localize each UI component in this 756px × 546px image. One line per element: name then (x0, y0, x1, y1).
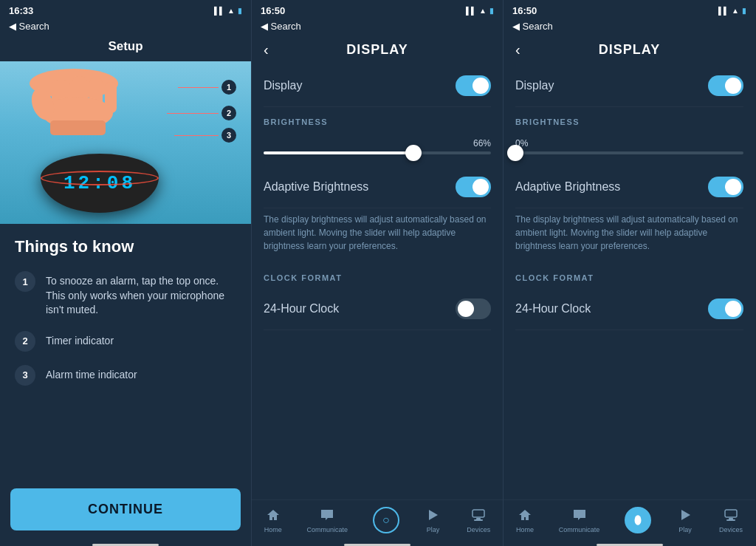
back-button-2[interactable]: ‹ (264, 41, 269, 58)
nav-communicate-2[interactable]: Communicate (307, 506, 348, 533)
communicate-icon-2 (318, 506, 336, 524)
display-toggle-row-2: Display (264, 65, 491, 107)
bottom-nav-2: Home Communicate ○ Play (252, 499, 503, 541)
battery-icon-2: ▮ (489, 7, 494, 15)
nav-alexa-2[interactable]: ○ (373, 507, 399, 533)
display-header-2: ‹ DISPLAY (252, 35, 503, 65)
display-label-3: Display (515, 79, 554, 92)
search-link-2[interactable]: ◀ Search (252, 21, 503, 35)
toggle-knob-3 (725, 78, 741, 94)
alexa-ring-2: ○ (373, 507, 399, 533)
search-label-1: ◀ Search (9, 21, 49, 32)
devices-icon-3 (722, 506, 740, 524)
nav-home-label-3: Home (516, 526, 534, 533)
brightness-header-2: BRIGHTNESS (264, 107, 491, 132)
adaptive-brightness-row-3: Adaptive Brightness (515, 166, 743, 208)
display-content-3: Display BRIGHTNESS 0% Adaptive Brightnes… (504, 65, 755, 499)
adaptive-toggle-2[interactable] (456, 177, 491, 197)
display-title-2: DISPLAY (346, 42, 408, 58)
wifi-icon-2: ▲ (479, 7, 487, 15)
clock-format-label-2: 24-Hour Clock (264, 302, 339, 315)
adaptive-toggle-3[interactable] (708, 177, 743, 197)
status-icons-1: ▌▌ ▲ ▮ (214, 7, 242, 15)
display-header-3: ‹ DISPLAY (504, 35, 755, 65)
alexa-ring-3 (625, 507, 651, 533)
svg-rect-11 (474, 519, 483, 521)
svg-marker-8 (429, 510, 438, 520)
adaptive-label-2: Adaptive Brightness (264, 180, 368, 194)
adaptive-desc-3: The display brightness will adjust autom… (515, 208, 743, 263)
alexa-icon-2: ○ (382, 513, 390, 527)
continue-button[interactable]: CONTINUE (10, 488, 241, 530)
status-bar-3: 16:50 ▌▌ ▲ ▮ (504, 0, 755, 21)
thing-number-2: 2 (15, 331, 35, 352)
nav-alexa-3[interactable] (625, 507, 651, 533)
nav-play-label-2: Play (427, 526, 440, 533)
communicate-icon-3 (571, 506, 588, 524)
slider-thumb-2[interactable] (405, 145, 422, 161)
display-panel-2: 16:50 ▌▌ ▲ ▮ ◀ Search ‹ DISPLAY Display … (252, 0, 504, 546)
display-toggle-2[interactable] (456, 75, 491, 96)
brightness-header-3: BRIGHTNESS (515, 107, 743, 132)
nav-communicate-3[interactable]: Communicate (559, 506, 600, 533)
thing-text-1: To snooze an alarm, tap the top once. Th… (46, 271, 236, 318)
nav-devices-label-3: Devices (719, 526, 743, 533)
clock-format-header-2: CLOCK FORMAT (264, 263, 491, 288)
nav-devices-label-2: Devices (467, 526, 490, 533)
page-header-1: Setup (0, 35, 251, 61)
time-1: 16:33 (9, 5, 33, 16)
toggle-knob-2 (472, 78, 489, 94)
things-section: Things to know 1 To snooze an alarm, tap… (0, 224, 251, 481)
signal-icon-2: ▌▌ (466, 7, 476, 15)
battery-icon-3: ▮ (742, 7, 746, 15)
play-icon-2 (424, 506, 441, 524)
svg-rect-9 (472, 510, 484, 517)
signal-icon: ▌▌ (214, 7, 224, 15)
adaptive-brightness-row-2: Adaptive Brightness (264, 166, 491, 208)
brightness-slider-3[interactable] (515, 151, 743, 154)
slider-fill-2 (264, 151, 413, 154)
svg-point-12 (635, 515, 642, 525)
display-toggle-row-3: Display (515, 65, 743, 107)
clock-format-toggle-2[interactable] (456, 298, 491, 319)
battery-icon: ▮ (238, 7, 242, 15)
clock-format-knob-2 (458, 301, 474, 317)
nav-home-3[interactable]: Home (516, 506, 534, 533)
nav-devices-3[interactable]: Devices (719, 506, 743, 533)
time-3: 16:50 (512, 5, 537, 16)
adaptive-knob-3 (725, 179, 741, 195)
search-link-1[interactable]: ◀ Search (0, 21, 251, 35)
nav-communicate-label-2: Communicate (307, 526, 348, 533)
nav-home-2[interactable]: Home (264, 506, 282, 533)
nav-play-2[interactable]: Play (424, 506, 441, 533)
clock-format-row-2: 24-Hour Clock (264, 288, 491, 330)
setup-panel: 16:33 ▌▌ ▲ ▮ ◀ Search Setup 12:08 (0, 0, 252, 546)
status-icons-2: ▌▌ ▲ ▮ (466, 7, 494, 15)
hand-svg (7, 61, 140, 150)
adaptive-knob-2 (472, 179, 489, 195)
thing-text-3: Alarm time indicator (46, 365, 137, 383)
clock-format-toggle-3[interactable] (708, 298, 743, 319)
svg-marker-13 (681, 510, 690, 520)
brightness-slider-2[interactable] (264, 151, 491, 154)
display-toggle-3[interactable] (708, 75, 743, 96)
thing-item-1: 1 To snooze an alarm, tap the top once. … (15, 271, 236, 318)
nav-home-label-2: Home (264, 526, 282, 533)
callout-1: 1 (178, 80, 236, 95)
adaptive-label-3: Adaptive Brightness (515, 180, 620, 194)
svg-rect-7 (50, 120, 106, 135)
brightness-container-3: 0% (515, 132, 743, 166)
thing-number-1: 1 (15, 271, 35, 292)
clock-format-knob-3 (725, 301, 741, 317)
clock-format-row-3: 24-Hour Clock (515, 288, 743, 330)
thing-text-2: Timer indicator (46, 331, 114, 349)
back-button-3[interactable]: ‹ (515, 41, 520, 58)
clock-format-label-3: 24-Hour Clock (515, 302, 591, 315)
nav-play-3[interactable]: Play (676, 506, 694, 533)
nav-devices-2[interactable]: Devices (467, 506, 490, 533)
thing-item-2: 2 Timer indicator (15, 331, 236, 352)
search-label-2: ◀ Search (261, 21, 301, 32)
search-link-3[interactable]: ◀ Search (504, 21, 755, 35)
wifi-icon-3: ▲ (732, 7, 739, 15)
slider-thumb-3[interactable] (507, 145, 523, 161)
